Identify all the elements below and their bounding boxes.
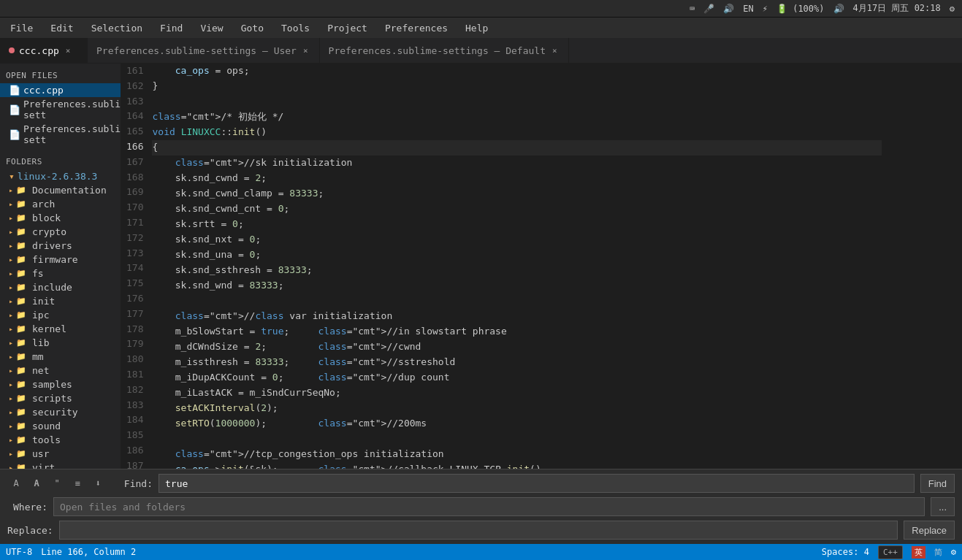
sidebar-file-ccc-cpp[interactable]: 📄 ccc.cpp (0, 83, 121, 97)
line-number-187: 187 (126, 459, 143, 469)
folder-color-0: 📁 (16, 185, 26, 195)
settings-icon[interactable]: ⚙ (950, 4, 955, 14)
findbar-icon-list[interactable]: ≡ (69, 475, 86, 492)
sidebar-folder-fs[interactable]: ▸📁fs (0, 266, 121, 280)
folder-icon-3: ▸ (9, 228, 13, 236)
tab-close-ccc-cpp[interactable]: × (64, 45, 73, 56)
tab-ccc-cpp[interactable]: ccc.cpp × (0, 38, 88, 63)
line-number-185: 185 (126, 428, 143, 443)
sidebar-folder-virt[interactable]: ▸📁virt (0, 461, 121, 469)
sidebar-folder-block[interactable]: ▸📁block (0, 211, 121, 225)
menu-preferences[interactable]: Preferences (381, 21, 452, 35)
menu-goto[interactable]: Goto (237, 21, 268, 35)
line-number-176: 176 (126, 291, 143, 307)
editor-scroll[interactable]: 1611621631641651661671681691701711721731… (121, 64, 896, 469)
sidebar-folder-crypto[interactable]: ▸📁crypto (0, 225, 121, 239)
tab-label-ccc-cpp: ccc.cpp (19, 45, 59, 56)
line-number-166: 166 (126, 139, 143, 155)
code-line-174: sk.snd_ssthresh = 83333; (152, 263, 882, 278)
findbar-icon-down[interactable]: ⬇ (89, 475, 107, 492)
code-line-176 (152, 294, 882, 309)
sidebar-file-pref2[interactable]: 📄 Preferences.sublime-sett (0, 122, 121, 147)
replace-button[interactable]: Replace (904, 521, 955, 540)
tab-close-pref-user[interactable]: × (301, 45, 310, 56)
replace-input[interactable] (59, 521, 898, 540)
editor-main[interactable]: 1611621631641651661671681691701711721731… (121, 64, 896, 469)
sidebar-folder-arch[interactable]: ▸📁arch (0, 197, 121, 211)
findbar-icons: A A " ≡ ⬇ (7, 475, 107, 492)
sidebar-folder-drivers[interactable]: ▸📁drivers (0, 239, 121, 253)
code-line-179: m_dCWndSize = 2; class="cmt">//cwnd (152, 340, 882, 355)
find-input[interactable] (159, 474, 915, 493)
where-dots-button[interactable]: ... (931, 497, 955, 516)
folder-color-16: 📁 (16, 407, 26, 417)
findbar-icon-aa[interactable]: A (7, 475, 25, 492)
folder-label-12: mm (32, 351, 44, 362)
folder-label-18: tools (32, 434, 61, 445)
sidebar-folder-lib[interactable]: ▸📁lib (0, 336, 121, 350)
code-line-172: sk.snd_nxt = 0; (152, 232, 882, 248)
menu-edit[interactable]: Edit (46, 21, 77, 35)
tab-label-pref-default: Preferences.sublime-settings — Default (329, 45, 546, 56)
tab-pref-default[interactable]: Preferences.sublime-settings — Default × (320, 38, 569, 63)
where-input[interactable] (53, 497, 925, 516)
line-numbers: 1611621631641651661671681691701711721731… (121, 64, 152, 469)
find-button[interactable]: Find (920, 474, 955, 493)
sidebar-folder-security[interactable]: ▸📁security (0, 405, 121, 419)
code-line-182: m_iLastACK = m_iSndCurrSeqNo; (152, 386, 882, 401)
folder-color-18: 📁 (16, 435, 26, 445)
system-bar: ⌨ 🎤 🔊 EN ⚡ 🔋 (100%) 🔊 4月17日 周五 02:18 ⚙ (0, 0, 962, 18)
folder-icon-9: ▸ (9, 311, 13, 319)
folder-color-7: 📁 (16, 283, 26, 292)
folder-label-13: net (32, 365, 49, 376)
sidebar-folder-mm[interactable]: ▸📁mm (0, 350, 121, 364)
code-line-171: sk.srtt = 0; (152, 217, 882, 232)
status-gear-icon[interactable]: ⚙ (951, 547, 956, 557)
findbar-row-icons: A A " ≡ ⬇ Find: Find (7, 474, 955, 493)
menu-selection[interactable]: Selection (87, 21, 147, 35)
sidebar-file-pref1[interactable]: 📄 Preferences.sublime-sett (0, 97, 121, 122)
sidebar-folder-init[interactable]: ▸📁init (0, 294, 121, 308)
file-icon2: 📄 (9, 104, 20, 115)
tab-close-pref-default[interactable]: × (550, 45, 560, 56)
code-line-187: ca_ops->init(&sk); class="cmt">//callbac… (152, 462, 882, 469)
sidebar-folder-scripts[interactable]: ▸📁scripts (0, 391, 121, 405)
file-label-pref1: Preferences.sublime-sett (23, 99, 121, 120)
status-lang-cn: 简 (934, 547, 942, 558)
line-number-186: 186 (126, 443, 143, 459)
menu-view[interactable]: View (196, 21, 227, 35)
sidebar-folder-usr[interactable]: ▸📁usr (0, 447, 121, 461)
folder-label-6: fs (32, 268, 44, 279)
menu-help[interactable]: Help (461, 21, 492, 35)
menu-find[interactable]: Find (156, 21, 187, 35)
status-language[interactable]: C++ (878, 545, 903, 559)
tab-pref-user[interactable]: Preferences.sublime-settings — User × (88, 38, 320, 63)
menu-project[interactable]: Project (323, 21, 372, 35)
folder-color-14: 📁 (16, 380, 26, 389)
tab-label-pref-user: Preferences.sublime-settings — User (96, 45, 297, 56)
code-content[interactable]: ca_ops = ops;} class="cmt">/* 初始化 */void… (152, 64, 896, 469)
menu-tools[interactable]: Tools (277, 21, 314, 35)
line-number-169: 169 (126, 185, 143, 200)
sidebar-folder-kernel[interactable]: ▸📁kernel (0, 322, 121, 336)
findbar-icon-bold[interactable]: A (28, 475, 45, 492)
sidebar-folder-samples[interactable]: ▸📁samples (0, 377, 121, 391)
open-files-title: OPEN FILES (0, 66, 121, 83)
code-line-161: ca_ops = ops; (152, 64, 882, 79)
sidebar-folder-tools[interactable]: ▸📁tools (0, 433, 121, 447)
folder-color-6: 📁 (16, 269, 26, 278)
sidebar-folder-include[interactable]: ▸📁include (0, 280, 121, 294)
findbar-icon-quote[interactable]: " (48, 475, 66, 492)
sidebar-folder-net[interactable]: ▸📁net (0, 364, 121, 377)
sidebar-root[interactable]: ▾ linux-2.6.38.3 (0, 169, 121, 183)
sidebar-folder-ipc[interactable]: ▸📁ipc (0, 308, 121, 322)
menu-file[interactable]: File (6, 21, 37, 35)
code-line-168: sk.snd_cwnd = 2; (152, 171, 882, 186)
folder-label-3: crypto (32, 226, 66, 237)
sidebar-folder-firmware[interactable]: ▸📁firmware (0, 253, 121, 266)
sidebar-folder-sound[interactable]: ▸📁sound (0, 419, 121, 433)
sidebar-folder-Documentation[interactable]: ▸📁Documentation (0, 183, 121, 197)
status-line-info: Line 166, Column 2 (41, 547, 136, 557)
root-folder-icon: ▾ (9, 171, 15, 182)
folder-icon-7: ▸ (9, 283, 13, 291)
